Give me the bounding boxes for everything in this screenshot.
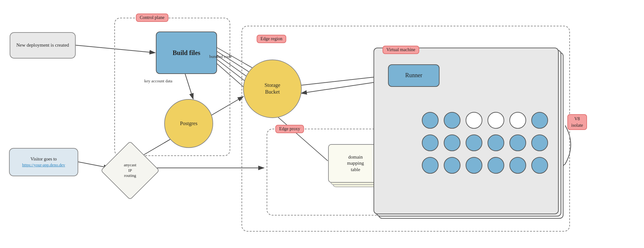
vm-circle-1-5 (509, 112, 526, 129)
vm-circle-1-2 (444, 112, 460, 129)
new-deployment-box: New deployment is created (10, 32, 76, 59)
vm-circle-1-1 (422, 112, 439, 129)
v8-isolate-tag: V8 isolate (567, 114, 587, 130)
domain-mapping-label: domainmappingtable (347, 154, 364, 173)
vm-circle-2-4 (488, 134, 504, 151)
vm-circle-3-4 (488, 157, 504, 174)
build-files-box: Build files (156, 32, 217, 74)
vm-circle-3-5 (509, 157, 526, 174)
vm-circle-1-3 (466, 112, 482, 129)
vm-circle-3-3 (466, 157, 482, 174)
vm-circle-2-6 (531, 134, 548, 151)
postgres-label: Postgres (180, 120, 197, 127)
vm-circle-2-2 (444, 134, 460, 151)
vm-circle-1-6 (531, 112, 548, 129)
virtual-machine-tag: Virtual machine (383, 46, 419, 54)
visitor-box: Visitor goes to https://your-app.deno.de… (9, 148, 78, 176)
vm-circle-3-1 (422, 157, 439, 174)
architecture-diagram: New deployment is created Visitor goes t… (0, 0, 644, 248)
storage-bucket-circle: StorageBucket (243, 60, 302, 118)
visitor-label-line1: Visitor goes to (31, 156, 57, 162)
edge-proxy-tag: Edge proxy (275, 125, 304, 133)
runner-label: Runner (405, 72, 422, 79)
new-deployment-label: New deployment is created (16, 42, 69, 49)
control-plane-tag: Control plane (136, 14, 168, 22)
visitor-label-line2: https://your-app.deno.dev (22, 162, 65, 168)
postgres-circle: Postgres (164, 99, 213, 148)
vm-circle-1-4 (488, 112, 504, 129)
anycast-diamond-wrap: anycast IP routing (106, 147, 154, 194)
vm-circle-3-6 (531, 157, 548, 174)
storage-bucket-label: StorageBucket (265, 82, 280, 96)
vm-circle-3-2 (444, 157, 460, 174)
edge-region-tag: Edge region (257, 35, 286, 43)
vm-circle-2-5 (509, 134, 526, 151)
build-files-label: Build files (173, 49, 200, 57)
bundled-code-label: bundled code (209, 54, 232, 59)
key-account-data-label: key account data (144, 78, 172, 84)
vm-circle-2-1 (422, 134, 439, 151)
vm-circle-2-3 (466, 134, 482, 151)
anycast-label: anycast IP routing (124, 162, 137, 179)
runner-box: Runner (388, 64, 440, 87)
